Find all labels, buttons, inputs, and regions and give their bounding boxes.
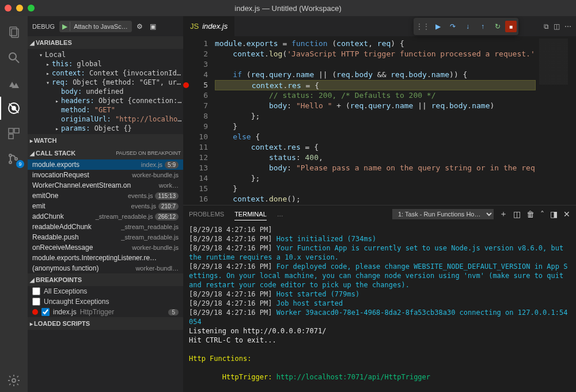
window-controls: [5, 5, 35, 12]
code-editor[interactable]: 1234 5 6789 10111213 14151617 module.exp…: [183, 36, 576, 205]
chevron-down-icon: ◢: [30, 40, 35, 46]
variable-row[interactable]: body: undefined: [28, 87, 183, 96]
editor-tab[interactable]: JS index.js: [183, 16, 235, 36]
callstack-frame[interactable]: onReceiveMessageworker-bundle.js: [28, 242, 183, 253]
stop-button[interactable]: ■: [505, 21, 517, 32]
terminal-task-select[interactable]: 1: Task - Run Functions Ho…: [392, 209, 494, 219]
window-title: index.js — Untitled (Workspace): [234, 4, 341, 13]
minimap[interactable]: [536, 36, 576, 205]
maximize-panel-icon[interactable]: ˄: [540, 210, 544, 219]
svg-point-12: [15, 158, 17, 160]
terminal-tab[interactable]: TERMINAL: [234, 208, 267, 220]
svg-point-13: [12, 379, 16, 382]
svg-point-11: [9, 161, 12, 163]
callstack-frame[interactable]: readableAddChunk_stream_readable.js: [28, 222, 183, 232]
variable-row[interactable]: ▸params: Object {}: [28, 124, 183, 133]
variables-header[interactable]: ◢ VARIABLES: [28, 36, 183, 49]
azure-icon[interactable]: [0, 71, 28, 94]
variable-row[interactable]: originalUrl: "http://localhost:70…: [28, 115, 183, 124]
extensions-icon[interactable]: [0, 122, 28, 145]
terminal-output[interactable]: [8/29/18 4:27:16 PM][8/29/18 4:27:16 PM]…: [183, 223, 576, 392]
variable-row[interactable]: ▸context: Context {invocationId: "06…: [28, 68, 183, 78]
breakpoint-row[interactable]: Uncaught Exceptions: [28, 296, 183, 307]
editor-tabs: JS index.js ⋮⋮ ▶ ↷ ↓ ↑ ↻ ■ ⧉ ◫ ⋯: [183, 16, 576, 36]
variable-row[interactable]: ▸headers: Object {connection: "kee…: [28, 96, 183, 105]
callstack-frame[interactable]: module.exports.InterceptingListener.re…: [28, 253, 183, 263]
debug-sidebar: DEBUG ▶ Attach to JavaSc… ⚙ ▣ ◢ VARIABLE…: [28, 16, 183, 392]
problems-tab[interactable]: PROBLEMS: [189, 208, 224, 220]
step-into-button[interactable]: ↓: [460, 20, 475, 33]
breakpoint-dot-icon: [32, 309, 38, 315]
chevron-down-icon: ◢: [30, 150, 35, 157]
editor-area: JS index.js ⋮⋮ ▶ ↷ ↓ ↑ ↻ ■ ⧉ ◫ ⋯ 1234 5: [183, 16, 576, 392]
split-terminal-icon[interactable]: ◫: [513, 210, 521, 219]
activity-bar: 9: [0, 16, 28, 392]
breakpoint-checkbox[interactable]: [41, 308, 50, 316]
callstack-header[interactable]: ◢ CALL STACK PAUSED ON BREAKPOINT: [28, 147, 183, 159]
step-over-button[interactable]: ↷: [445, 20, 460, 33]
drag-handle-icon[interactable]: ⋮⋮: [415, 20, 430, 33]
breakpoint-row[interactable]: index.jsHttpTrigger5: [28, 307, 183, 317]
loaded-scripts-header[interactable]: ▸ LOADED SCRIPTS: [28, 317, 183, 330]
variables-scope[interactable]: ▾Local: [28, 50, 183, 59]
debug-icon[interactable]: [0, 97, 28, 120]
explorer-icon[interactable]: [0, 21, 28, 44]
more-actions-icon[interactable]: ⋯: [564, 22, 571, 31]
scm-badge: 9: [16, 160, 24, 168]
breakpoint-checkbox[interactable]: [32, 298, 40, 306]
search-icon[interactable]: [0, 46, 28, 69]
debug-toolbar: DEBUG ▶ Attach to JavaSc… ⚙ ▣: [28, 16, 183, 36]
panel-position-icon[interactable]: ◨: [550, 210, 558, 219]
callstack-frame[interactable]: emitOneevents.js115:13: [28, 191, 183, 201]
new-terminal-icon[interactable]: ＋: [499, 209, 507, 219]
panel-tabs: PROBLEMS TERMINAL … 1: Task - Run Functi…: [183, 205, 576, 223]
variable-row[interactable]: ▸this: global: [28, 59, 183, 68]
debug-config-select[interactable]: Attach to JavaSc…: [70, 22, 131, 31]
titlebar: index.js — Untitled (Workspace): [0, 0, 576, 16]
play-icon: ▶: [60, 21, 70, 32]
code-content[interactable]: module.exports = function (context, req)…: [215, 36, 536, 205]
breakpoints-header[interactable]: ◢ BREAKPOINTS: [28, 273, 183, 286]
minimize-window-button[interactable]: [16, 5, 23, 12]
callstack-list: module.exportsindex.js5:9invocationReque…: [28, 159, 183, 273]
callstack-frame[interactable]: WorkerChannel.eventStream.onwork…: [28, 180, 183, 191]
split-editor-icon[interactable]: ◫: [554, 22, 560, 31]
variable-row[interactable]: method: "GET": [28, 105, 183, 115]
svg-point-6: [12, 106, 16, 110]
editor-actions: ⧉ ◫ ⋯: [539, 16, 576, 36]
svg-rect-8: [14, 128, 19, 133]
more-tabs[interactable]: …: [277, 208, 283, 220]
callstack-frame[interactable]: invocationRequestworker-bundle.js: [28, 170, 183, 180]
debug-action-bar[interactable]: ⋮⋮ ▶ ↷ ↓ ↑ ↻ ■: [414, 18, 518, 35]
breakpoint-row[interactable]: All Exceptions: [28, 286, 183, 296]
continue-button[interactable]: ▶: [430, 20, 445, 33]
debug-label: DEBUG: [32, 23, 55, 30]
svg-line-3: [16, 59, 19, 63]
close-panel-icon[interactable]: ✕: [563, 210, 570, 219]
maximize-window-button[interactable]: [28, 5, 35, 12]
settings-gear-icon[interactable]: [0, 369, 28, 392]
callstack-frame[interactable]: Readable.push_stream_readable.js: [28, 232, 183, 242]
trash-icon[interactable]: 🗑: [526, 210, 535, 219]
callstack-frame[interactable]: emitevents.js210:7: [28, 201, 183, 211]
callstack-frame[interactable]: addChunk_stream_readable.js266:12: [28, 211, 183, 222]
svg-rect-9: [9, 134, 13, 139]
close-window-button[interactable]: [5, 5, 12, 12]
line-gutter: 1234 5 6789 10111213 14151617: [183, 36, 215, 205]
breakpoint-checkbox[interactable]: [32, 287, 40, 295]
debug-console-icon[interactable]: ▣: [147, 22, 158, 31]
scm-icon[interactable]: 9: [0, 147, 28, 170]
callstack-frame[interactable]: module.exportsindex.js5:9: [28, 159, 183, 170]
watch-header[interactable]: ▸ WATCH: [28, 134, 183, 147]
variable-row[interactable]: ▾req: Object {method: "GET", url: "h…: [28, 78, 183, 87]
chevron-down-icon: ◢: [30, 277, 35, 283]
step-out-button[interactable]: ↑: [475, 20, 490, 33]
callstack-frame[interactable]: (anonymous function)worker-bundl…: [28, 263, 183, 273]
configure-gear-icon[interactable]: ⚙: [134, 22, 145, 31]
restart-button[interactable]: ↻: [490, 20, 505, 33]
svg-rect-7: [9, 128, 13, 133]
breakpoint-glyph[interactable]: [183, 82, 189, 88]
start-debug-button[interactable]: ▶ Attach to JavaSc…: [59, 21, 132, 32]
split-compare-icon[interactable]: ⧉: [544, 22, 549, 31]
chevron-right-icon: ▸: [30, 138, 33, 144]
